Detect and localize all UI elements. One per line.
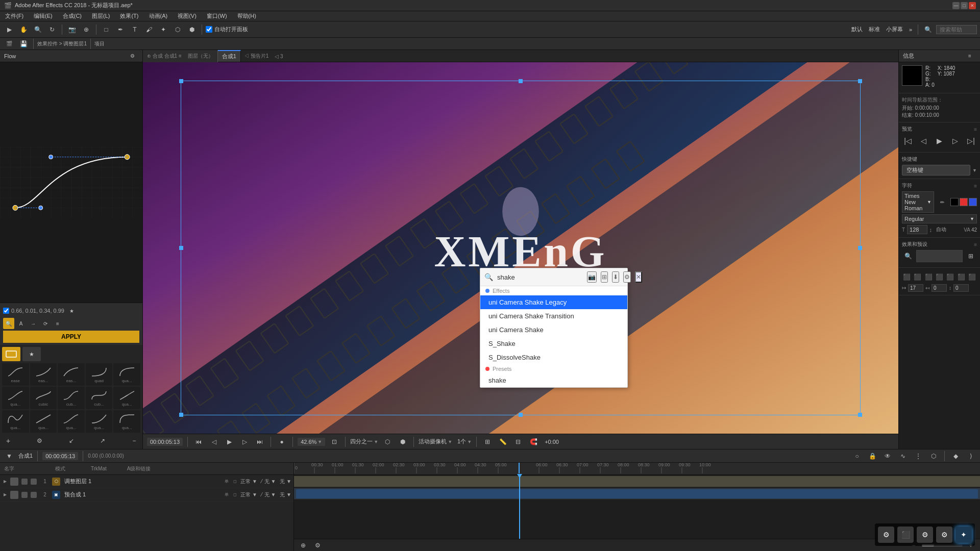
search-settings-icon[interactable]: ⚙ bbox=[623, 271, 631, 283]
preset-cubic3[interactable]: cub... bbox=[86, 387, 113, 409]
tool-pan[interactable]: ⊕ bbox=[80, 23, 92, 36]
zoom-control[interactable]: 42.6% ▼ bbox=[298, 438, 325, 446]
info-panel-menu-icon[interactable]: ≡ bbox=[964, 50, 976, 62]
arrow-right-icon[interactable]: → bbox=[28, 318, 39, 329]
last-frame-icon[interactable]: ⏭ bbox=[254, 436, 266, 448]
track-2-t[interactable]: ∕ bbox=[261, 492, 262, 497]
preset-settings-icon[interactable]: ⚙ bbox=[34, 435, 46, 447]
zoom-fit-icon[interactable]: 🔍 bbox=[3, 318, 14, 329]
track-2-lock-icon[interactable] bbox=[31, 492, 37, 498]
track-1-motion-blur[interactable]: ◻ bbox=[231, 478, 238, 485]
search-camera-icon[interactable]: 📷 bbox=[587, 271, 597, 283]
preview-first-icon[interactable]: |◁ bbox=[902, 135, 914, 147]
search-result-5[interactable]: S_DissolveShake bbox=[480, 350, 627, 364]
menu-edit[interactable]: 编辑(E) bbox=[32, 11, 55, 21]
timecode-display[interactable]: 00:00:05:13 bbox=[147, 438, 183, 446]
menu-composition[interactable]: 合成(C) bbox=[61, 11, 84, 21]
minimize-button[interactable]: — bbox=[952, 2, 960, 9]
tool-stamp[interactable]: ✦ bbox=[157, 23, 169, 36]
tab-preview[interactable]: ◁ 预告片1 bbox=[241, 50, 272, 62]
tool-hand[interactable]: ✋ bbox=[17, 23, 30, 36]
transparency-icon[interactable]: ⬡ bbox=[381, 436, 394, 448]
new-composition[interactable]: 🎬 bbox=[3, 38, 15, 50]
align-justify2-btn[interactable]: ⬛ bbox=[945, 271, 955, 283]
view-count-control[interactable]: 1个 ▼ bbox=[457, 438, 472, 445]
preset-elastic[interactable]: qua... bbox=[30, 410, 57, 433]
align-center-btn[interactable]: ⬛ bbox=[913, 271, 922, 283]
add-marker-icon[interactable]: ⊕ bbox=[297, 539, 309, 552]
track-2-blend[interactable]: 无 ▼ bbox=[264, 491, 276, 498]
track-1-solo-icon[interactable] bbox=[21, 479, 28, 485]
fit-icon[interactable]: ⊡ bbox=[328, 436, 340, 448]
auto-open-checkbox[interactable]: 自动打开面板 bbox=[206, 26, 248, 33]
preset-cubic[interactable]: cubic bbox=[30, 387, 57, 409]
menu-help[interactable]: 帮助(H) bbox=[235, 11, 258, 21]
bottom-icon-3[interactable]: ⚙ bbox=[917, 527, 933, 543]
overlay-icon[interactable]: ⬢ bbox=[397, 436, 409, 448]
motion-blur-icon[interactable]: ∿ bbox=[897, 450, 909, 462]
space-key-display[interactable]: 空格键 bbox=[902, 165, 970, 176]
search-help-input[interactable] bbox=[936, 25, 977, 34]
play-icon[interactable]: ▶ bbox=[223, 436, 235, 448]
font-name-display[interactable]: Times New Roman ▼ bbox=[902, 191, 934, 213]
track-1-parent[interactable]: 无 ▼ bbox=[280, 478, 291, 485]
timeline-timecode[interactable]: 00:00:05:13 bbox=[42, 452, 78, 460]
search-close-icon[interactable]: ✕ bbox=[635, 271, 642, 283]
track-1-mode[interactable]: 正常 ▼ bbox=[240, 478, 257, 485]
font-size-input[interactable] bbox=[907, 225, 927, 234]
align-left-icon[interactable]: A bbox=[15, 318, 27, 329]
track-1-solo-btn[interactable]: 单 bbox=[223, 478, 230, 485]
guides-icon[interactable]: ⊟ bbox=[512, 436, 524, 448]
track-1-t[interactable]: ∕ bbox=[261, 479, 262, 484]
draft-icon[interactable]: ⬡ bbox=[927, 450, 940, 462]
tool-zoom[interactable]: 🔍 bbox=[32, 23, 44, 36]
workspace-default[interactable]: 默认 bbox=[849, 26, 865, 33]
track-1-lock-icon[interactable] bbox=[31, 479, 37, 485]
close-button[interactable]: ✕ bbox=[969, 2, 976, 9]
flow-settings-icon[interactable]: ⚙ bbox=[126, 50, 138, 62]
save-button[interactable]: 💾 bbox=[17, 38, 30, 50]
prev-frame-icon[interactable]: ◁ bbox=[208, 436, 220, 448]
search-input-field[interactable] bbox=[497, 273, 583, 281]
maximize-button[interactable]: □ bbox=[961, 2, 968, 9]
tool-select[interactable]: ▶ bbox=[3, 23, 15, 36]
tool-shape[interactable]: ⬢ bbox=[186, 23, 198, 36]
track-1-expand-icon[interactable]: ▶ bbox=[2, 479, 8, 485]
grid-icon[interactable]: ⊞ bbox=[481, 436, 494, 448]
preset-add-icon[interactable]: + bbox=[2, 435, 14, 447]
tool-rect[interactable]: □ bbox=[100, 23, 112, 36]
search-help-icon[interactable]: 🔍 bbox=[922, 23, 934, 36]
effects-search-icon[interactable]: 🔍 bbox=[902, 250, 914, 262]
first-frame-icon[interactable]: ⏮ bbox=[192, 436, 205, 448]
menu-layer[interactable]: 图层(L) bbox=[90, 11, 112, 21]
tool-text[interactable]: T bbox=[129, 23, 141, 36]
search-download-icon[interactable]: ⬇ bbox=[612, 271, 619, 283]
search-result-3[interactable]: uni Camera Shake bbox=[480, 323, 627, 337]
color-swatch-blue[interactable] bbox=[969, 198, 977, 206]
right-indent-input[interactable] bbox=[932, 284, 947, 292]
preset-arrow-down-icon[interactable]: ↙ bbox=[65, 435, 78, 447]
preset-ease-out[interactable]: eas... bbox=[58, 363, 85, 386]
search-result-4[interactable]: S_Shake bbox=[480, 337, 627, 350]
preset-minus-icon[interactable]: − bbox=[128, 435, 140, 447]
tool-camera[interactable]: 📷 bbox=[66, 23, 78, 36]
tool-rotate[interactable]: ↻ bbox=[46, 23, 58, 36]
chart-icon[interactable]: ⟩ bbox=[965, 450, 977, 462]
track-1-eye-icon[interactable] bbox=[10, 478, 18, 486]
track-2-solo-icon[interactable] bbox=[21, 492, 28, 498]
workspace-standard[interactable]: 标准 bbox=[867, 26, 882, 33]
tab-comp1[interactable]: 合成1 bbox=[218, 50, 241, 62]
track-1-blend[interactable]: 无 ▼ bbox=[264, 478, 276, 485]
lock-icon[interactable]: 🔒 bbox=[866, 450, 878, 462]
timeline-collapse-icon[interactable]: ▼ bbox=[3, 450, 15, 462]
align-justify-btn[interactable]: ⬛ bbox=[935, 271, 944, 283]
hide-layers-icon[interactable]: 👁 bbox=[881, 450, 894, 462]
solo-icon[interactable]: ○ bbox=[851, 450, 863, 462]
font-edit-icon[interactable]: ✏ bbox=[936, 196, 948, 208]
effects-expand-all-icon[interactable]: ⊞ bbox=[965, 250, 977, 262]
snap-icon[interactable]: 🧲 bbox=[527, 436, 540, 448]
track-2-parent[interactable]: 无 ▼ bbox=[280, 491, 291, 498]
character-expand-icon[interactable]: ≡ bbox=[974, 183, 977, 189]
tool-pen[interactable]: ✒ bbox=[114, 23, 127, 36]
bottom-icon-4[interactable]: ⚙ bbox=[936, 527, 952, 543]
